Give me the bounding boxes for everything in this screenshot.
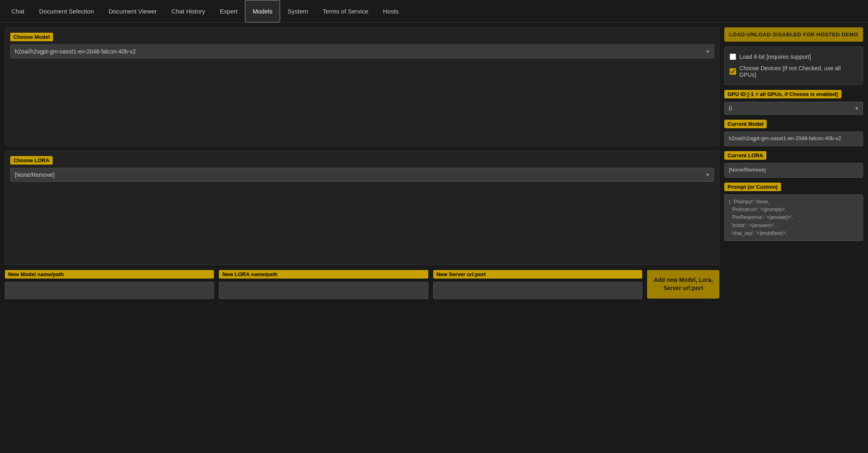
add-model-button[interactable]: Add new Model, Lora, Server url:port <box>647 270 719 299</box>
nav-item-hosts[interactable]: Hosts <box>376 0 406 22</box>
prompt-value: { 'PreInput': None, 'PreInstruct': '<|pr… <box>724 194 863 241</box>
options-box: Load 8-bit [requires support] Choose Dev… <box>724 47 863 85</box>
nav-item-document-selection[interactable]: Document Selection <box>32 0 101 22</box>
new-lora-label: New LORA name/path <box>219 270 428 279</box>
new-model-group: New Model name/path <box>5 270 214 299</box>
prompt-label: Prompt (or Custom) <box>724 183 781 191</box>
model-dropdown-wrapper: h2oai/h2ogpt-gm-oasst1-en-2048-falcon-40… <box>10 45 714 58</box>
nav-item-document-viewer[interactable]: Document Viewer <box>101 0 164 22</box>
choose-devices-label: Choose Devices [If not Checked, use all … <box>739 65 858 78</box>
right-panel: LOAD-UNLOAD DISABLED FOR HOSTED DEMO Loa… <box>724 27 863 448</box>
left-panel: Choose Model h2oai/h2ogpt-gm-oasst1-en-2… <box>5 27 719 448</box>
new-model-label: New Model name/path <box>5 270 214 279</box>
nav-item-expert[interactable]: Expert <box>213 0 245 22</box>
gpu-id-dropdown[interactable]: 0 <box>724 102 863 115</box>
nav-item-models[interactable]: Models <box>245 0 280 22</box>
choose-model-section: Choose Model h2oai/h2ogpt-gm-oasst1-en-2… <box>5 27 719 146</box>
current-lora-section: Current LORA [None/Remove] <box>724 151 863 178</box>
new-server-input[interactable] <box>433 282 642 299</box>
model-dropdown[interactable]: h2oai/h2ogpt-gm-oasst1-en-2048-falcon-40… <box>10 45 714 58</box>
navigation-bar: Chat Document Selection Document Viewer … <box>0 0 868 22</box>
current-lora-value: [None/Remove] <box>724 163 863 178</box>
choose-model-label: Choose Model <box>10 33 53 41</box>
new-lora-input[interactable] <box>219 282 428 299</box>
main-content: Choose Model h2oai/h2ogpt-gm-oasst1-en-2… <box>0 22 868 453</box>
bottom-inputs: New Model name/path New LORA name/path N… <box>5 270 719 299</box>
choose-lora-label: Choose LORA <box>10 156 53 165</box>
choose-devices-checkbox[interactable] <box>730 68 736 75</box>
gpu-id-label: GPU ID [-1 = all GPUs, if Choose is enab… <box>724 90 841 98</box>
current-lora-label: Current LORA <box>724 151 766 160</box>
load-8bit-row: Load 8-bit [requires support] <box>730 51 858 62</box>
lora-dropdown-wrapper: [None/Remove] <box>10 168 714 182</box>
choose-devices-row: Choose Devices [If not Checked, use all … <box>730 62 858 80</box>
gpu-dropdown-wrapper: 0 <box>724 102 863 115</box>
current-model-section: Current Model h2oai/h2ogpt-gm-oasst1-en-… <box>724 120 863 146</box>
nav-item-terms-of-service[interactable]: Terms of Service <box>315 0 376 22</box>
new-server-label: New Server url:port <box>433 270 642 279</box>
load-8bit-checkbox[interactable] <box>730 54 736 60</box>
nav-item-system[interactable]: System <box>280 0 315 22</box>
lora-dropdown[interactable]: [None/Remove] <box>10 168 714 182</box>
current-model-label: Current Model <box>724 120 767 128</box>
choose-lora-section: Choose LORA [None/Remove] <box>5 151 719 265</box>
new-lora-group: New LORA name/path <box>219 270 428 299</box>
gpu-id-section: GPU ID [-1 = all GPUs, if Choose is enab… <box>724 90 863 115</box>
new-model-input[interactable] <box>5 282 214 299</box>
nav-item-chat[interactable]: Chat <box>4 0 32 22</box>
nav-item-chat-history[interactable]: Chat History <box>164 0 213 22</box>
new-server-group: New Server url:port <box>433 270 642 299</box>
prompt-section: Prompt (or Custom) { 'PreInput': None, '… <box>724 183 863 241</box>
current-model-value: h2oai/h2ogpt-gm-oasst1-en-2048-falcon-40… <box>724 132 863 146</box>
load-8bit-label: Load 8-bit [requires support] <box>739 54 811 60</box>
disabled-banner: LOAD-UNLOAD DISABLED FOR HOSTED DEMO <box>724 27 863 42</box>
